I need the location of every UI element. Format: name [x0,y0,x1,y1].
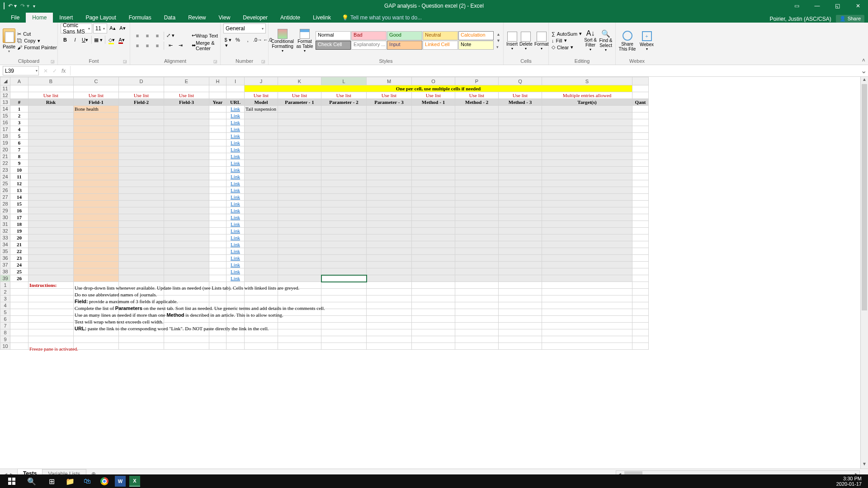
cell[interactable] [119,187,164,194]
cell[interactable] [499,214,542,221]
cell[interactable] [74,126,119,133]
row-header[interactable]: 7 [0,323,10,329]
cell[interactable] [412,282,455,289]
cell[interactable] [278,262,321,268]
cell[interactable] [164,153,209,160]
cell[interactable]: Tail suspension [245,106,278,113]
column-header[interactable]: C [74,77,119,85]
cell[interactable] [412,140,455,146]
cell[interactable] [455,187,499,194]
cell[interactable] [74,241,119,248]
cell[interactable] [119,228,164,235]
cell[interactable] [28,113,74,119]
cell[interactable] [278,140,321,146]
cell[interactable] [10,282,28,289]
cell[interactable] [278,113,321,119]
cell[interactable] [119,343,164,350]
cell[interactable] [412,160,455,167]
cell[interactable] [367,153,412,160]
webex-pref-button[interactable]: + Webex▾ [638,30,656,51]
cell[interactable]: 17 [10,214,28,221]
cell[interactable]: Link [226,180,245,187]
cell[interactable] [412,221,455,228]
cell[interactable]: Link [226,113,245,119]
cell[interactable] [74,255,119,262]
cell[interactable]: One per cell, use multiple cells if need… [245,85,632,92]
cell[interactable] [119,275,164,282]
enter-formula-icon[interactable]: ✓ [52,68,57,74]
cell[interactable] [226,343,245,350]
cell[interactable] [455,248,499,255]
number-format-combo[interactable]: General▾ [223,23,266,33]
tab-formulas[interactable]: Formulas [123,13,158,23]
cell[interactable] [119,126,164,133]
clear-button[interactable]: ◇Clear ▾ [552,44,582,50]
grow-font-icon[interactable]: A▴ [108,23,117,33]
cell[interactable] [74,248,119,255]
cell[interactable] [321,160,367,167]
align-middle-icon[interactable]: ≡ [143,31,152,40]
cell[interactable] [632,146,649,153]
row-header[interactable]: 12 [0,92,10,99]
row-header[interactable]: 6 [0,316,10,323]
cell[interactable] [542,241,632,248]
cell[interactable]: URL [226,99,245,106]
cell[interactable] [278,336,321,343]
row-header[interactable]: 31 [0,221,10,228]
cell[interactable] [367,262,412,268]
cell[interactable] [74,336,119,343]
cell[interactable] [209,221,226,228]
paste-button[interactable]: Paste ▾ [3,28,15,53]
cell[interactable]: Use as many lines as needed if more than… [74,309,119,316]
cell[interactable] [245,296,278,302]
cell[interactable] [209,207,226,214]
cell[interactable] [542,207,632,214]
cell[interactable] [632,275,649,282]
cell[interactable] [164,133,209,140]
cell[interactable] [321,140,367,146]
cell[interactable] [119,174,164,180]
cell[interactable] [164,126,209,133]
cell[interactable] [542,194,632,201]
cell[interactable]: 8 [10,153,28,160]
cell[interactable] [119,85,164,92]
cell[interactable] [542,235,632,241]
cell[interactable] [209,214,226,221]
cell[interactable] [119,106,164,113]
cell[interactable] [28,262,74,268]
cell[interactable] [412,262,455,268]
format-as-table-button[interactable]: Format as Table▾ [296,28,314,53]
font-name-combo[interactable]: Comic Sans MS▾ [61,23,92,33]
cell[interactable] [28,153,74,160]
cell[interactable] [542,323,632,329]
cell[interactable] [226,92,245,99]
comma-button[interactable]: , [243,35,252,44]
cell[interactable] [28,235,74,241]
cell[interactable]: Link [226,241,245,248]
cell[interactable] [209,153,226,160]
align-top-icon[interactable]: ≡ [133,31,142,40]
cell[interactable] [28,275,74,282]
cell[interactable] [278,187,321,194]
cell[interactable] [367,146,412,153]
cell[interactable] [412,302,455,309]
cell[interactable] [367,316,412,323]
cell[interactable]: Link [226,160,245,167]
cell[interactable] [632,329,649,336]
cell[interactable] [164,207,209,214]
cell[interactable] [499,119,542,126]
cell[interactable] [28,214,74,221]
row-header[interactable]: 8 [0,329,10,336]
cell[interactable] [245,248,278,255]
cell[interactable] [278,248,321,255]
cell[interactable] [209,201,226,207]
cell[interactable]: Use list [412,92,455,99]
cell[interactable]: Link [226,146,245,153]
cell[interactable] [164,343,209,350]
cell[interactable] [632,153,649,160]
cell[interactable] [278,214,321,221]
cell[interactable] [499,275,542,282]
cell[interactable] [499,146,542,153]
cell[interactable] [226,296,245,302]
cell[interactable] [542,289,632,296]
